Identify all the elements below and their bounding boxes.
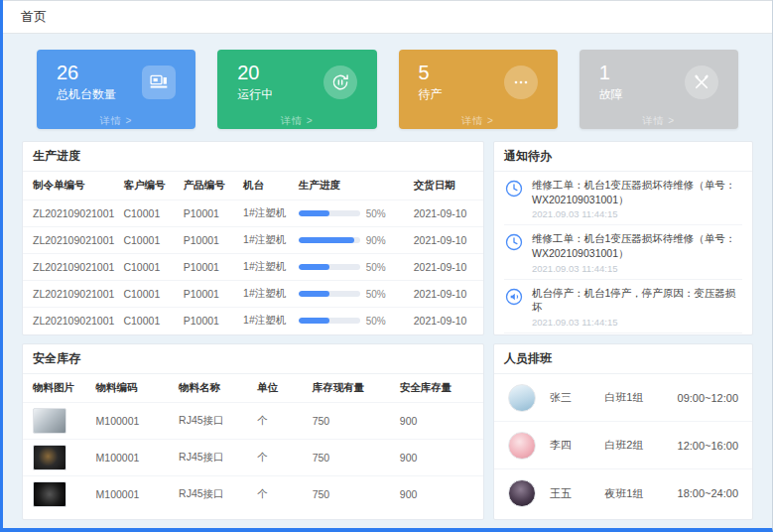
staff-time: 09:00~12:00 <box>678 392 738 404</box>
stat-value: 1 <box>599 62 623 83</box>
material-photo <box>33 408 66 434</box>
table-row[interactable]: ZL202109021001 C10001 P10001 1#注塑机 50% 2… <box>23 254 483 281</box>
progress-bar: 50% <box>299 316 406 327</box>
notification-item[interactable]: 机台停产：机台1停产，停产原因：变压器损坏 2021.09.03 11:44:1… <box>504 280 742 333</box>
panel-title: 通知待办 <box>494 142 752 172</box>
notification-item[interactable]: 维修工单：机台1变压器损坏待维修（单号：WX202109031001） 2021… <box>504 225 742 279</box>
card-detail-link[interactable]: 详情 > <box>217 114 376 128</box>
table-row[interactable]: M100001 RJ45接口 个 750 900 <box>23 476 483 513</box>
production-table: 制令单编号 客户编号 产品编号 机台 生产进度 交货日期 ZL202109021… <box>23 172 483 333</box>
col-header: 物料图片 <box>23 374 92 403</box>
staff-name: 张三 <box>550 390 604 405</box>
stat-cards: 26 总机台数量 详情 > 20 运行中 <box>3 34 772 141</box>
col-header: 库存现有量 <box>309 374 396 403</box>
col-header: 客户编号 <box>119 172 179 200</box>
safety-stock-panel: 安全库存 物料图片 物料编码 物料名称 单位 库存现有量 安全库存量 M1000… <box>22 343 484 520</box>
staff-shift: 夜班1组 <box>604 486 677 501</box>
stat-label: 待产 <box>419 86 443 103</box>
speaker-icon <box>504 287 524 307</box>
table-row[interactable]: M100001 RJ45接口 个 750 900 <box>23 440 483 476</box>
production-progress-panel: 生产进度 制令单编号 客户编号 产品编号 机台 生产进度 交货日期 ZL2021… <box>22 141 484 335</box>
stat-label: 故障 <box>599 86 623 103</box>
stat-value: 20 <box>237 62 273 83</box>
page-header: 首页 <box>3 0 772 34</box>
notification-item[interactable]: 计划暂停：机台1生产计划已暂停 2021.09.03 11:44:15 <box>504 333 742 335</box>
col-header: 制令单编号 <box>23 172 119 200</box>
stat-card-waiting[interactable]: 5 待产 详情 > <box>399 50 558 129</box>
staff-row[interactable]: 王五 夜班1组 18:00~24:00 <box>494 469 752 517</box>
table-row[interactable]: ZL202109021001 C10001 P10001 1#注塑机 50% 2… <box>23 281 483 308</box>
staff-shift: 白班2组 <box>604 438 677 453</box>
stat-value: 5 <box>419 62 443 83</box>
material-photo <box>33 481 66 507</box>
card-detail-link[interactable]: 详情 > <box>37 114 195 128</box>
progress-bar: 50% <box>299 262 406 273</box>
panel-title: 人员排班 <box>494 344 752 374</box>
notifications-panel: 通知待办 维修工单：机台1变压器损坏待维修（单号：WX202109031001）… <box>493 141 753 335</box>
panel-title: 生产进度 <box>23 142 483 172</box>
notification-time: 2021.09.03 11:44:15 <box>532 208 742 219</box>
table-row[interactable]: ZL202109021001 C10001 P10001 1#注塑机 90% 2… <box>23 227 483 254</box>
tools-icon <box>685 66 718 99</box>
machine-icon <box>142 66 176 99</box>
table-row[interactable]: M100001 RJ45接口 个 750 900 <box>23 403 483 440</box>
col-header: 安全库存量 <box>396 374 483 403</box>
staff-time: 12:00~16:00 <box>678 440 738 452</box>
staff-row[interactable]: 张三 白班1组 09:00~12:00 <box>494 374 752 422</box>
table-row[interactable]: ZL202109021001 C10001 P10001 1#注塑机 50% 2… <box>23 308 483 334</box>
avatar <box>508 479 536 507</box>
stat-label: 总机台数量 <box>57 86 116 103</box>
panel-title: 安全库存 <box>23 344 483 374</box>
col-header: 机台 <box>239 172 295 200</box>
table-row[interactable]: ZL202109021001 C10001 P10001 1#注塑机 50% 2… <box>23 200 483 227</box>
notification-time: 2021.09.03 11:44:15 <box>532 317 742 328</box>
clock-icon <box>504 179 524 199</box>
progress-bar: 90% <box>299 235 406 246</box>
staff-schedule-panel: 人员排班 张三 白班1组 09:00~12:00 李四 白班2组 12:00~1… <box>493 343 753 520</box>
ellipsis-icon <box>504 66 538 99</box>
col-header: 单位 <box>253 374 309 403</box>
col-header: 产品编号 <box>180 172 239 200</box>
col-header: 交货日期 <box>410 172 483 200</box>
stat-value: 26 <box>57 62 116 83</box>
card-detail-link[interactable]: 详情 > <box>580 114 738 128</box>
avatar <box>508 432 536 460</box>
progress-bar: 50% <box>299 208 406 219</box>
stat-card-total-machines[interactable]: 26 总机台数量 详情 > <box>37 50 195 129</box>
stat-label: 运行中 <box>237 86 273 103</box>
progress-bar: 50% <box>299 289 406 300</box>
staff-shift: 白班1组 <box>604 390 677 405</box>
notification-text: 机台停产：机台1停产，停产原因：变压器损坏 <box>532 286 742 315</box>
notification-time: 2021.09.03 11:44:15 <box>532 263 742 274</box>
col-header: 物料名称 <box>175 374 253 403</box>
page-title[interactable]: 首页 <box>21 8 47 26</box>
running-icon <box>323 66 357 99</box>
clock-icon <box>504 232 524 252</box>
avatar <box>508 384 536 412</box>
col-header: 物料编码 <box>92 374 176 403</box>
stat-card-running[interactable]: 20 运行中 详情 > <box>217 50 376 129</box>
staff-name: 王五 <box>550 486 604 501</box>
col-header: 生产进度 <box>295 172 410 200</box>
material-photo <box>33 445 66 470</box>
inventory-table: 物料图片 物料编码 物料名称 单位 库存现有量 安全库存量 M100001 RJ… <box>23 374 483 512</box>
stat-card-fault[interactable]: 1 故障 详情 > <box>580 50 738 129</box>
notification-item[interactable]: 维修工单：机台1变压器损坏待维修（单号：WX202109031001） 2021… <box>504 172 742 225</box>
card-detail-link[interactable]: 详情 > <box>399 114 558 128</box>
staff-time: 18:00~24:00 <box>678 487 738 499</box>
dashboard-grid: 生产进度 制令单编号 客户编号 产品编号 机台 生产进度 交货日期 ZL2021… <box>3 141 772 520</box>
notification-text: 维修工单：机台1变压器损坏待维修（单号：WX202109031001） <box>532 178 742 206</box>
staff-row[interactable]: 李四 白班2组 12:00~16:00 <box>494 422 752 469</box>
notification-text: 维修工单：机台1变压器损坏待维修（单号：WX202109031001） <box>532 231 742 260</box>
staff-name: 李四 <box>550 438 604 453</box>
